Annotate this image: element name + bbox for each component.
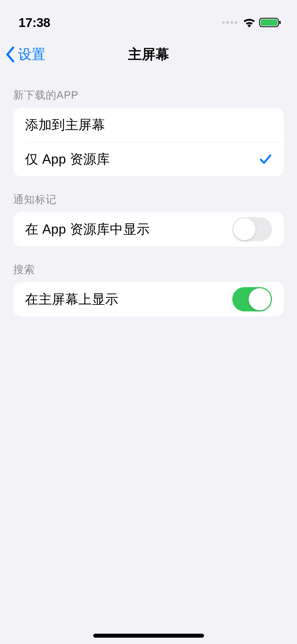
row-label: 仅 App 资源库 <box>25 150 110 168</box>
svg-rect-2 <box>279 21 281 24</box>
page-title: 主屏幕 <box>128 45 169 64</box>
toggle-knob <box>233 218 256 240</box>
section-group: 在主屏幕上显示 <box>13 282 284 316</box>
status-right <box>222 17 281 28</box>
section-header: 新下载的APP <box>0 88 297 108</box>
nav-bar: 设置 主屏幕 <box>0 37 297 72</box>
home-indicator <box>93 634 204 638</box>
row-label: 在主屏幕上显示 <box>25 291 119 308</box>
cellular-dots-icon <box>222 21 237 24</box>
toggle-show-on-home[interactable] <box>232 287 272 311</box>
back-button[interactable]: 设置 <box>5 45 45 64</box>
checkmark-icon <box>259 153 272 165</box>
section-group: 添加到主屏幕 仅 App 资源库 <box>13 108 284 176</box>
section-header: 通知标记 <box>0 192 297 212</box>
wifi-icon <box>243 17 256 27</box>
svg-rect-1 <box>261 19 277 26</box>
row-label: 添加到主屏幕 <box>25 116 105 134</box>
toggle-knob <box>249 288 271 310</box>
option-add-to-home[interactable]: 添加到主屏幕 <box>13 108 284 142</box>
status-bar: 17:38 <box>0 0 297 37</box>
row-show-on-home: 在主屏幕上显示 <box>13 282 284 316</box>
row-label: 在 App 资源库中显示 <box>25 220 150 238</box>
option-app-library-only[interactable]: 仅 App 资源库 <box>13 142 284 176</box>
section-notification-badges: 通知标记 在 App 资源库中显示 <box>0 192 297 246</box>
section-newly-downloaded: 新下载的APP 添加到主屏幕 仅 App 资源库 <box>0 88 297 176</box>
back-label: 设置 <box>18 45 45 64</box>
section-header: 搜索 <box>0 262 297 282</box>
battery-icon <box>259 17 281 28</box>
section-group: 在 App 资源库中显示 <box>13 212 284 246</box>
chevron-left-icon <box>5 46 15 63</box>
section-search: 搜索 在主屏幕上显示 <box>0 262 297 316</box>
toggle-show-in-app-library[interactable] <box>232 217 272 241</box>
row-show-in-app-library: 在 App 资源库中显示 <box>13 212 284 246</box>
status-time: 17:38 <box>18 15 50 30</box>
